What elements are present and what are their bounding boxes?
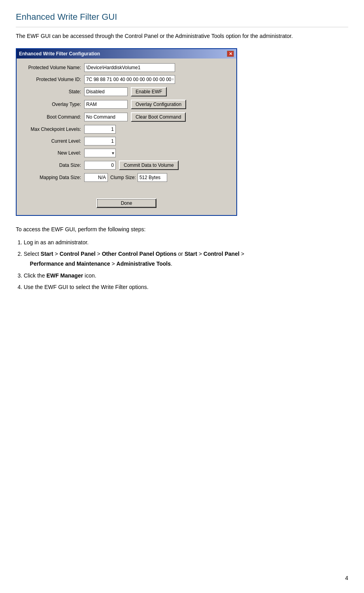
state-row: State: Enable EWF [23,87,230,96]
step-2: Select Start > Control Panel > Other Con… [24,249,348,269]
step2-bold4: Start [185,251,197,257]
max-checkpoint-input[interactable] [84,125,116,134]
spacer2 [23,190,230,195]
new-level-input[interactable] [84,149,116,157]
new-level-dropdown-wrapper: ▼ [84,149,116,157]
state-controls: Enable EWF [84,87,167,96]
mapping-data-size-input[interactable] [84,173,108,182]
new-level-row: New Level: ▼ [23,149,230,157]
title-separator [16,27,348,27]
max-checkpoint-row: Max Checkpoint Levels: [23,125,230,134]
max-checkpoint-label: Max Checkpoint Levels: [23,127,84,132]
dialog-title: Enhanced Write Filter Configuration [19,51,100,57]
mapping-row: Mapping Data Size: Clump Size: [23,173,230,182]
step2-bold1: Start [41,251,53,257]
step2-bold3: Other Control Panel Options [102,251,177,257]
boot-command-row: Boot Command: Clear Boot Command [23,112,230,122]
steps-intro: To access the EWF GUI, perform the follo… [16,225,348,234]
data-size-controls: Commit Data to Volume [84,161,179,170]
overlay-configuration-button[interactable]: Overlay Configuration [131,100,186,109]
overlay-type-label: Overlay Type: [23,102,84,107]
clear-boot-command-button[interactable]: Clear Boot Command [131,112,186,122]
protected-volume-id-input[interactable] [84,75,175,84]
clump-size-label: Clump Size: [110,175,136,180]
step2-bold7: Administrative Tools [117,261,171,267]
overlay-type-controls: Overlay Configuration [84,100,186,109]
step-4: Use the EWF GUI to select the Write Filt… [24,282,348,292]
overlay-type-row: Overlay Type: Overlay Configuration [23,100,230,109]
overlay-type-input[interactable] [84,100,128,109]
dialog-wrapper: Enhanced Write Filter Configuration ✕ Pr… [16,48,348,216]
boot-command-label: Boot Command: [23,114,84,120]
boot-command-input[interactable] [84,113,128,121]
commit-data-button[interactable]: Commit Data to Volume [119,161,179,170]
dialog-close-button[interactable]: ✕ [227,51,234,57]
enable-ewf-button[interactable]: Enable EWF [131,87,167,96]
step3-bold1: EWF Manager [47,272,83,279]
state-label: State: [23,89,84,94]
page-number: 4 [345,575,348,581]
step2-bold6: Performance and Maintenance [30,261,110,267]
current-level-label: Current Level: [23,138,84,144]
intro-paragraph: The EWF GUI can be accessed through the … [16,32,348,40]
data-size-label: Data Size: [23,162,84,168]
boot-command-controls: Clear Boot Command [84,112,186,122]
ewf-dialog: Enhanced Write Filter Configuration ✕ Pr… [16,48,237,216]
spacer [23,185,230,190]
done-row: Done [23,195,230,211]
step-3: Click the EWF Manager icon. [24,271,348,281]
current-level-input[interactable] [84,137,116,145]
current-level-row: Current Level: [23,137,230,145]
steps-list: Log in as an administrator. Select Start… [24,238,348,292]
data-size-input[interactable] [84,161,116,170]
clump-size-input[interactable] [138,173,167,182]
protected-volume-name-row: Protected Volume Name: [23,63,230,72]
dialog-titlebar: Enhanced Write Filter Configuration ✕ [17,49,236,59]
new-level-label: New Level: [23,150,84,156]
dialog-body: Protected Volume Name: Protected Volume … [17,59,236,215]
page-title: Enhanced Write Filter GUI [16,12,348,22]
data-size-row: Data Size: Commit Data to Volume [23,161,230,170]
mapping-data-size-label: Mapping Data Size: [23,175,84,180]
protected-volume-name-label: Protected Volume Name: [23,65,84,70]
protected-volume-id-row: Protected Volume ID: [23,75,230,84]
step2-bold2: Control Panel [60,251,96,257]
done-button[interactable]: Done [96,198,157,208]
state-input[interactable] [84,87,128,96]
step2-bold5: Control Panel [204,251,240,257]
protected-volume-id-label: Protected Volume ID: [23,77,84,82]
step-1: Log in as an administrator. [24,238,348,247]
protected-volume-name-input[interactable] [84,63,175,72]
